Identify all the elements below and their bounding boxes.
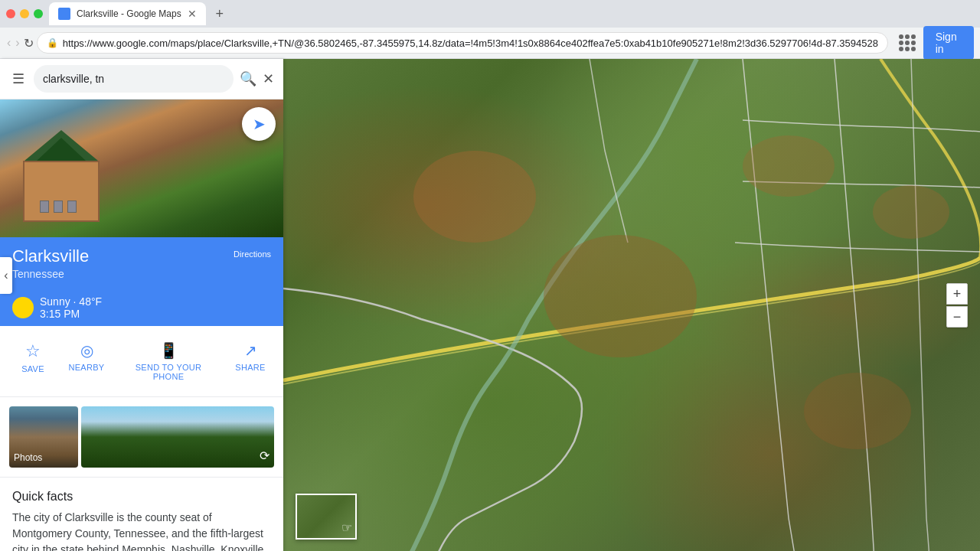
tab-close-button[interactable]: ✕ — [188, 8, 197, 20]
photos-label: Photos — [14, 452, 42, 463]
photos-section: Photos ⟳ — [0, 397, 283, 478]
action-buttons: ☆ SAVE ◎ NEARBY 📱 SEND TO YOUR PHONE ↗ S… — [0, 326, 283, 397]
photo-thumb-1[interactable]: Photos — [9, 406, 78, 468]
map-area[interactable]: + − ☞ — [283, 59, 980, 551]
weather-time: 3:15 PM — [40, 308, 102, 320]
sign-in-button[interactable]: Sign in — [923, 26, 974, 60]
save-icon: ☆ — [25, 341, 41, 361]
new-tab-button[interactable]: + — [209, 3, 230, 24]
nearby-label: NEARBY — [68, 363, 104, 372]
apps-grid-icon — [899, 34, 916, 51]
zoom-out-button[interactable]: − — [946, 306, 968, 328]
back-button[interactable]: ‹ — [6, 32, 11, 54]
directions-button[interactable]: ➤ — [242, 107, 276, 141]
panorama-icon: ⟳ — [260, 448, 270, 463]
browser-chrome: Clarksville - Google Maps ✕ + ‹ › ↻ 🔒 ht… — [0, 0, 980, 59]
clear-search-button[interactable]: ✕ — [263, 70, 274, 87]
window-controls — [6, 9, 43, 18]
building-main — [23, 161, 100, 222]
quick-facts-section: Quick facts The city of Clarksville is t… — [0, 478, 283, 551]
menu-button[interactable]: ☰ — [9, 67, 28, 90]
place-name: Clarksville — [12, 246, 89, 266]
collapse-sidebar-button[interactable]: ‹ — [0, 257, 12, 294]
directions-icon: ➤ — [253, 115, 266, 133]
forward-button[interactable]: › — [15, 32, 20, 54]
search-query: clarksville, tn — [43, 73, 104, 85]
photos-grid: Photos ⟳ — [9, 406, 274, 468]
share-icon: ↗ — [244, 341, 257, 360]
window1 — [40, 201, 49, 213]
weather-row: Sunny · 48°F 3:15 PM — [0, 289, 283, 326]
search-button[interactable]: 🔍 — [240, 70, 256, 87]
window2 — [54, 201, 63, 213]
tab-favicon — [58, 8, 70, 20]
map-roads — [283, 59, 980, 551]
send-to-phone-button[interactable]: 📱 SEND TO YOUR PHONE — [113, 338, 224, 384]
url-text: https://www.google.com/maps/place/Clarks… — [63, 37, 878, 49]
building-windows — [40, 201, 77, 213]
building-illustration — [15, 145, 107, 222]
search-input[interactable]: clarksville, tn — [34, 65, 234, 93]
close-window-button[interactable] — [6, 9, 15, 18]
maximize-window-button[interactable] — [34, 9, 43, 18]
photo-thumb-2[interactable]: ⟳ — [81, 406, 274, 468]
quick-facts-description: The city of Clarksville is the county se… — [12, 510, 271, 551]
url-bar[interactable]: 🔒 https://www.google.com/maps/place/Clar… — [37, 32, 888, 54]
svg-point-4 — [804, 373, 911, 449]
send-to-phone-icon: 📱 — [159, 341, 178, 360]
directions-label: Directions — [234, 249, 271, 259]
minimap-cursor-icon: ☞ — [341, 520, 352, 535]
save-button[interactable]: ☆ SAVE — [6, 338, 60, 384]
sun-icon — [12, 297, 34, 318]
place-photo: ➤ — [0, 99, 283, 237]
active-tab[interactable]: Clarksville - Google Maps ✕ — [49, 2, 206, 25]
svg-point-1 — [544, 235, 697, 357]
tab-title: Clarksville - Google Maps — [77, 8, 181, 19]
minimap[interactable]: ☞ — [296, 494, 357, 540]
svg-point-2 — [743, 135, 835, 197]
weather-condition: Sunny · 48°F — [40, 295, 102, 308]
nearby-button[interactable]: ◎ NEARBY — [60, 338, 113, 384]
minimize-window-button[interactable] — [20, 9, 29, 18]
share-label: SHARE — [235, 363, 265, 372]
tab-bar: Clarksville - Google Maps ✕ + — [0, 0, 980, 28]
address-bar: ‹ › ↻ 🔒 https://www.google.com/maps/plac… — [0, 28, 980, 58]
window3 — [67, 201, 77, 213]
svg-point-3 — [873, 185, 949, 239]
svg-point-0 — [413, 151, 536, 243]
nearby-icon: ◎ — [80, 341, 93, 360]
apps-button[interactable] — [897, 31, 917, 55]
place-header: ➤ Clarksville Tennessee Directions Su — [0, 99, 283, 326]
place-state: Tennessee — [12, 268, 89, 280]
main-layout: ☰ clarksville, tn 🔍 ✕ — [0, 59, 980, 551]
share-button[interactable]: ↗ SHARE — [224, 338, 277, 384]
search-bar: ☰ clarksville, tn 🔍 ✕ — [0, 59, 283, 99]
send-to-phone-label: SEND TO YOUR PHONE — [119, 363, 217, 381]
save-label: SAVE — [21, 364, 44, 373]
zoom-in-button[interactable]: + — [946, 283, 968, 305]
security-icon: 🔒 — [47, 37, 58, 48]
map-controls: + − — [946, 283, 968, 328]
reload-button[interactable]: ↻ — [24, 32, 34, 54]
sidebar: ☰ clarksville, tn 🔍 ✕ — [0, 59, 283, 551]
place-info: Clarksville Tennessee Directions — [0, 237, 283, 289]
quick-facts-title: Quick facts — [12, 490, 271, 504]
